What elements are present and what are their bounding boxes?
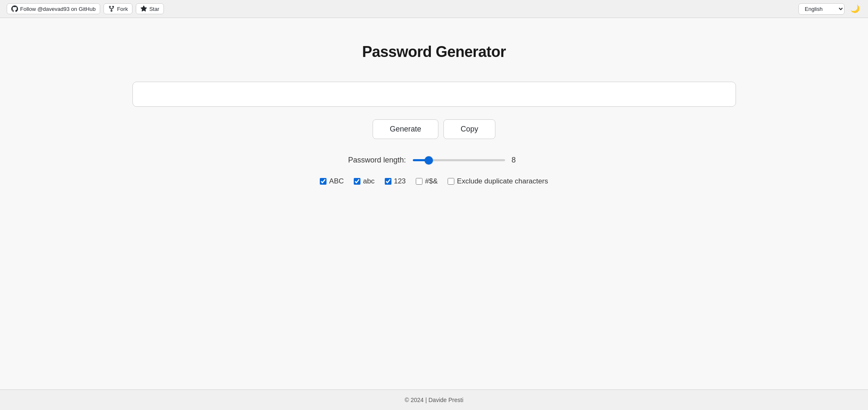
exclude-dupes-checkbox[interactable]: [448, 178, 454, 185]
fork-label: Fork: [117, 6, 128, 12]
footer-text: © 2024 | Davide Presti: [404, 397, 463, 403]
topbar: Follow @davevad93 on GitHub Fork Star En…: [0, 0, 868, 18]
length-slider[interactable]: [413, 159, 505, 161]
lowercase-label: abc: [363, 177, 374, 186]
action-buttons: Generate Copy: [373, 119, 495, 139]
star-button[interactable]: Star: [136, 3, 164, 14]
page-title: Password Generator: [362, 43, 506, 61]
topbar-right: English Español Français Deutsch Italian…: [798, 3, 861, 15]
star-label: Star: [149, 6, 159, 12]
exclude-dupes-label: Exclude duplicate characters: [457, 177, 548, 186]
dark-mode-button[interactable]: 🌙: [849, 3, 861, 15]
length-control: Password length: 8: [348, 156, 520, 165]
exclude-dupes-option[interactable]: Exclude duplicate characters: [448, 177, 548, 186]
password-output[interactable]: [132, 82, 736, 107]
numbers-option[interactable]: 123: [385, 177, 406, 186]
numbers-checkbox[interactable]: [385, 178, 391, 185]
uppercase-option[interactable]: ABC: [320, 177, 344, 186]
symbols-option[interactable]: #$&: [416, 177, 438, 186]
length-label: Password length:: [348, 156, 406, 165]
language-select[interactable]: English Español Français Deutsch Italian…: [798, 3, 845, 15]
lowercase-option[interactable]: abc: [354, 177, 374, 186]
uppercase-checkbox[interactable]: [320, 178, 326, 185]
numbers-label: 123: [394, 177, 406, 186]
generate-button[interactable]: Generate: [373, 119, 438, 139]
character-options: ABC abc 123 #$& Exclude duplicate charac…: [320, 177, 548, 186]
topbar-left: Follow @davevad93 on GitHub Fork Star: [7, 3, 164, 14]
github-icon: [11, 5, 18, 12]
fork-button[interactable]: Fork: [104, 3, 132, 14]
main-content: Password Generator Generate Copy Passwor…: [0, 18, 868, 389]
length-value: 8: [512, 156, 520, 165]
follow-github-button[interactable]: Follow @davevad93 on GitHub: [7, 3, 100, 14]
copy-button[interactable]: Copy: [443, 119, 495, 139]
lowercase-checkbox[interactable]: [354, 178, 360, 185]
symbols-checkbox[interactable]: [416, 178, 422, 185]
symbols-label: #$&: [425, 177, 438, 186]
follow-label: Follow @davevad93 on GitHub: [20, 6, 96, 12]
fork-icon: [108, 5, 115, 12]
uppercase-label: ABC: [329, 177, 344, 186]
star-icon: [140, 5, 147, 12]
footer: © 2024 | Davide Presti: [0, 389, 868, 410]
